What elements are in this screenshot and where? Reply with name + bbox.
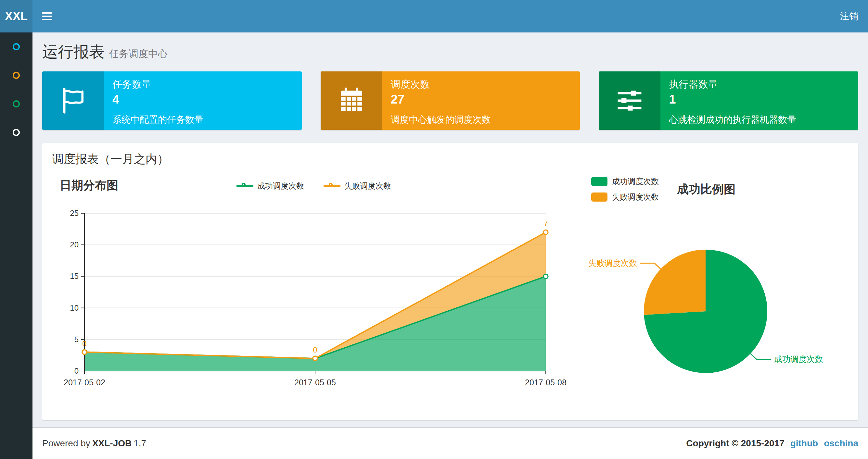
footer-copyright: Copyright © 2015-2017 github oschina <box>686 438 858 449</box>
point-label: 0 <box>82 339 86 348</box>
legend-label: 失败调度次数 <box>344 181 391 191</box>
point-label: 7 <box>544 219 548 228</box>
footer-powered-by: Powered byXXL-JOB1.7 <box>42 438 146 449</box>
line-marker-icon <box>237 185 253 187</box>
page-footer: Powered byXXL-JOB1.7 Copyright © 2015-20… <box>32 427 868 459</box>
y-tick-label: 10 <box>70 303 79 312</box>
y-tick-label: 5 <box>74 335 79 344</box>
powered-prefix: Powered by <box>42 438 90 448</box>
pie-label: 失败调度次数 <box>588 258 637 267</box>
y-tick-label: 25 <box>70 209 79 218</box>
main-content: 运行报表任务调度中心 任务数量 4 系统中配置的任务数量 <box>32 32 868 427</box>
info-box-executors: 执行器数量 1 心跳检测成功的执行器机器数量 <box>599 71 858 130</box>
circle-marker-icon <box>242 183 246 187</box>
sidebar-item-1[interactable] <box>0 32 32 61</box>
product-version: 1.7 <box>133 438 146 448</box>
info-box-value: 27 <box>391 93 571 106</box>
line-chart-section: 日期分布图 成功调度次数 失败调度次数 0510152 <box>52 175 576 413</box>
pie-chart-title: 成功比例图 <box>677 182 736 197</box>
info-box-description: 调度中心触发的调度次数 <box>391 113 571 126</box>
info-box-label: 任务数量 <box>113 78 293 91</box>
circle-icon <box>13 72 20 79</box>
circle-icon <box>13 43 20 50</box>
flag-icon <box>42 71 104 130</box>
success-ratio-pie-chart: 成功调度次数失败调度次数 <box>576 202 836 410</box>
pie-chart-legend: 成功调度次数 失败调度次数 <box>591 176 659 202</box>
pie-label-line <box>750 354 771 359</box>
sidebar-item-2[interactable] <box>0 61 32 90</box>
app-logo-text: XXL <box>5 9 28 23</box>
line-marker-icon <box>323 185 340 187</box>
product-name: XXL-JOB <box>92 438 131 448</box>
info-box-row: 任务数量 4 系统中配置的任务数量 <box>42 71 858 130</box>
pie-chart-header: 成功调度次数 失败调度次数 成功比例图 <box>576 176 852 202</box>
copyright-text: Copyright © 2015-2017 <box>686 438 784 449</box>
circle-icon <box>13 100 20 107</box>
swatch-icon <box>591 193 608 202</box>
point-marker-fail <box>313 356 317 361</box>
info-box-description: 系统中配置的任务数量 <box>113 113 293 126</box>
page-header: 运行报表任务调度中心 <box>42 42 858 64</box>
page-title-text: 运行报表 <box>42 43 104 60</box>
calendar-icon <box>321 71 382 130</box>
sidebar-item-4[interactable] <box>0 118 32 147</box>
y-tick-label: 15 <box>70 272 79 281</box>
panel-header: 调度报表（一月之内） <box>42 143 858 171</box>
info-box-label: 执行器数量 <box>669 78 849 91</box>
legend-label: 失败调度次数 <box>612 192 659 202</box>
legend-item-fail[interactable]: 失败调度次数 <box>323 181 391 191</box>
info-box-description: 心跳检测成功的执行器机器数量 <box>669 113 849 126</box>
info-box-value: 1 <box>669 93 849 106</box>
app-logo[interactable]: XXL <box>0 0 32 32</box>
legend-item-fail[interactable]: 失败调度次数 <box>591 192 659 202</box>
date-distribution-chart: 05101520252017-05-022017-05-052017-05-08… <box>52 197 572 405</box>
legend-item-success[interactable]: 成功调度次数 <box>591 176 659 187</box>
github-link[interactable]: github <box>790 438 818 449</box>
logout-link[interactable]: 注销 <box>830 0 868 32</box>
pie-label: 成功调度次数 <box>774 355 823 364</box>
x-tick-label: 2017-05-05 <box>294 378 336 387</box>
top-navbar: XXL 注销 <box>0 0 868 32</box>
y-tick-label: 20 <box>70 240 79 249</box>
info-box-triggers: 调度次数 27 调度中心触发的调度次数 <box>321 71 580 130</box>
sidebar-item-3[interactable] <box>0 90 32 118</box>
page-subtitle: 任务调度中心 <box>109 48 167 59</box>
pie-chart-section: 成功调度次数 失败调度次数 成功比例图 成功调度次数失败调度次数 <box>576 175 852 413</box>
panel-title: 调度报表（一月之内） <box>52 152 169 166</box>
legend-item-success[interactable]: 成功调度次数 <box>237 181 304 191</box>
x-tick-label: 2017-05-08 <box>525 378 566 387</box>
xxl-job-dashboard: XXL 注销 运行报表任务调度中心 <box>0 0 868 459</box>
swatch-icon <box>591 177 608 186</box>
oschina-link[interactable]: oschina <box>824 438 858 449</box>
info-box-content: 执行器数量 1 心跳检测成功的执行器机器数量 <box>660 71 858 130</box>
legend-label: 成功调度次数 <box>612 176 659 187</box>
info-box-jobs: 任务数量 4 系统中配置的任务数量 <box>42 71 302 130</box>
line-chart-legend: 成功调度次数 失败调度次数 <box>52 181 576 191</box>
sliders-icon <box>599 71 660 130</box>
info-box-label: 调度次数 <box>391 78 571 91</box>
y-tick-label: 0 <box>74 366 79 375</box>
sidebar-toggle-button[interactable] <box>32 0 62 32</box>
circle-marker-icon <box>329 183 333 187</box>
point-marker-success <box>544 274 548 278</box>
hamburger-icon <box>42 10 52 22</box>
info-box-value: 4 <box>113 93 293 106</box>
sidebar <box>0 32 32 459</box>
info-box-content: 调度次数 27 调度中心触发的调度次数 <box>382 71 580 130</box>
pie-label-line <box>640 263 661 269</box>
info-box-content: 任务数量 4 系统中配置的任务数量 <box>104 71 302 130</box>
point-marker-fail <box>82 350 87 355</box>
point-label: 0 <box>313 346 317 354</box>
report-panel: 调度报表（一月之内） 日期分布图 成功调度次数 失败调度次 <box>42 143 858 420</box>
circle-icon <box>13 129 20 136</box>
x-tick-label: 2017-05-02 <box>64 378 105 387</box>
point-marker-fail <box>544 230 548 234</box>
pie-slice <box>644 250 706 315</box>
page-title: 运行报表任务调度中心 <box>42 42 858 64</box>
panel-body: 日期分布图 成功调度次数 失败调度次数 0510152 <box>42 171 858 420</box>
line-chart-header: 日期分布图 成功调度次数 失败调度次数 <box>52 175 576 197</box>
legend-label: 成功调度次数 <box>257 181 304 191</box>
